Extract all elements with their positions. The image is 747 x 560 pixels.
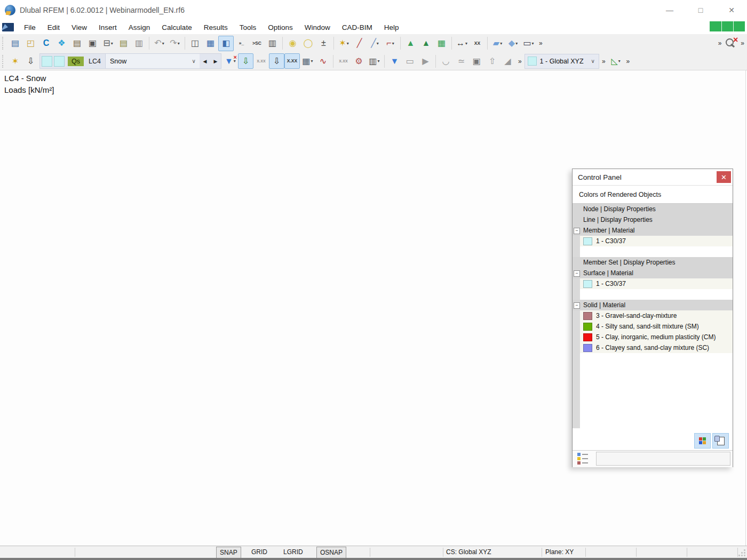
panel-footer-field[interactable]: [596, 452, 730, 466]
new-nodal-support-icon[interactable]: ▲: [403, 36, 418, 51]
maximize-button[interactable]: □: [685, 0, 716, 20]
rendering-colors-button[interactable]: [694, 433, 711, 449]
command-prompt-icon[interactable]: »_: [234, 36, 249, 51]
select-objects-icon[interactable]: ◉: [285, 36, 300, 51]
menu-view[interactable]: View: [66, 22, 93, 33]
menu-file[interactable]: File: [18, 22, 42, 33]
show-load-arrows-icon[interactable]: ⇩: [269, 53, 284, 69]
load-case-select[interactable]: Snow ∨: [105, 54, 200, 68]
print-icon[interactable]: ⊟▾: [100, 36, 116, 51]
menu-tools[interactable]: Tools: [234, 22, 263, 33]
rendering-icon[interactable]: ▣: [469, 53, 484, 69]
menu-edit[interactable]: Edit: [42, 22, 66, 33]
material-row[interactable]: 6 - Clayey sand, sand-clay mixture (SC): [580, 342, 733, 353]
menu-cad-bim[interactable]: CAD-BIM: [336, 22, 378, 33]
toolbar-handle[interactable]: [2, 37, 6, 50]
material-row[interactable]: 5 - Clay, inorganic, medium plasticity (…: [580, 332, 733, 342]
toggle-snap[interactable]: SNAP: [216, 547, 241, 558]
open-model-icon[interactable]: ◰: [23, 36, 38, 51]
new-node-icon[interactable]: ✶▾: [336, 36, 352, 51]
copy-to-report-button[interactable]: [712, 433, 729, 449]
category-row[interactable]: Line | Display Properties: [573, 214, 733, 225]
new-load-icon[interactable]: ⇩: [23, 53, 38, 69]
menu-results[interactable]: Results: [198, 22, 234, 33]
new-line-icon[interactable]: ╱: [352, 36, 367, 51]
toolbar-overflow-button[interactable]: »: [624, 58, 633, 65]
new-solid-icon[interactable]: ◆▾: [505, 36, 521, 51]
dlubal-center-icon[interactable]: C: [38, 36, 54, 51]
category-row[interactable]: Node | Display Properties: [573, 204, 733, 214]
dimension-x-icon[interactable]: ↔▾: [454, 36, 470, 51]
calculation-params-icon[interactable]: ◺▾: [608, 53, 624, 69]
result-values-icon[interactable]: x.xx: [336, 53, 351, 69]
legend-button[interactable]: [576, 452, 590, 465]
menu-assign[interactable]: Assign: [123, 22, 156, 33]
table-toolbar-icon[interactable]: ▥: [265, 36, 280, 51]
collapse-icon[interactable]: −: [574, 228, 580, 234]
page-setup-icon[interactable]: ▤: [69, 36, 85, 51]
navigator-icon[interactable]: ◫: [187, 36, 203, 51]
material-row[interactable]: 1 - C30/37: [580, 236, 733, 246]
toolbar-overflow-button[interactable]: »: [536, 39, 545, 47]
category-row[interactable]: Member Set | Display Properties: [573, 257, 733, 268]
panel-icon[interactable]: ◧: [218, 36, 234, 51]
show-loads-icon[interactable]: ⇩: [238, 53, 253, 69]
toolbar-overflow-button[interactable]: »: [599, 58, 608, 65]
new-surface-support-icon[interactable]: ▦: [434, 36, 449, 51]
minimize-button[interactable]: —: [654, 0, 685, 20]
load-table-icon[interactable]: ▦▾: [300, 53, 315, 69]
category-row[interactable]: −Surface | Material: [573, 268, 733, 278]
result-beam-icon[interactable]: ◡: [438, 53, 454, 69]
new-printout-report-icon[interactable]: ▤: [116, 36, 131, 51]
collapse-icon[interactable]: −: [574, 270, 580, 277]
load-category-chip[interactable]: Qs: [68, 57, 84, 66]
undo-icon[interactable]: ↶▾: [152, 36, 167, 51]
select-add-remove-icon[interactable]: ±: [316, 36, 331, 51]
tables-icon[interactable]: ▦: [203, 36, 218, 51]
printout-report-icon[interactable]: ▥: [131, 36, 147, 51]
close-button[interactable]: ✕: [716, 0, 747, 20]
menu-help[interactable]: Help: [378, 22, 405, 33]
control-panel-close-button[interactable]: ✕: [717, 171, 731, 183]
new-surface-icon[interactable]: ▰▾: [490, 36, 505, 51]
next-load-case-button[interactable]: ▶: [210, 54, 221, 68]
menu-options[interactable]: Options: [262, 22, 299, 33]
control-panel-titlebar[interactable]: Control Panel ✕: [573, 169, 733, 186]
select-special-icon[interactable]: ◯: [300, 36, 316, 51]
toggle-lgrid[interactable]: LGRID: [280, 547, 306, 557]
toolbar-overflow-button[interactable]: »: [738, 39, 747, 47]
favorite-swatch[interactable]: [42, 56, 52, 67]
category-row[interactable]: −Solid | Material: [573, 300, 733, 310]
redo-icon[interactable]: ↷▾: [167, 36, 182, 51]
material-row[interactable]: 1 - C30/37: [580, 278, 733, 289]
material-row[interactable]: 3 - Gravel-sand-clay-mixture: [580, 310, 733, 321]
walk-through-icon[interactable]: ⇧: [484, 53, 500, 69]
result-surfaces-icon[interactable]: ≃: [454, 53, 469, 69]
new-model-icon[interactable]: ▤: [7, 36, 23, 51]
favorite-swatch[interactable]: [54, 56, 65, 67]
model-library-icon[interactable]: ❖: [54, 36, 69, 51]
save-icon[interactable]: ▣: [85, 36, 100, 51]
show-load-values-icon[interactable]: x.xx: [253, 53, 269, 69]
menu-window[interactable]: Window: [299, 22, 336, 33]
clipping-box-icon[interactable]: ▭: [402, 53, 418, 69]
menu-calculate[interactable]: Calculate: [156, 22, 197, 33]
new-opening-icon[interactable]: ▭▾: [521, 36, 536, 51]
new-line-support-icon[interactable]: ▲: [418, 36, 434, 51]
new-polyline-icon[interactable]: ⌐▾: [383, 36, 398, 51]
result-diagram-icon[interactable]: ∿: [315, 53, 331, 69]
animation-icon[interactable]: ▶: [418, 53, 433, 69]
toggle-grid[interactable]: GRID: [248, 547, 271, 557]
dimension-xx-icon[interactable]: XX: [470, 36, 485, 51]
previous-load-case-button[interactable]: ◀: [200, 54, 210, 68]
show-load-values-2-icon[interactable]: X.XX: [284, 53, 300, 69]
toolbar-handle[interactable]: [2, 55, 6, 68]
calculation-abacus-icon[interactable]: ▥▾: [367, 53, 382, 69]
category-row[interactable]: −Member | Material: [573, 225, 733, 236]
new-member-icon[interactable]: ╱▾: [367, 36, 383, 51]
visibility-filter-icon[interactable]: ▼: [387, 53, 402, 69]
coordinate-system-select[interactable]: 1 - Global XYZ ∨: [525, 54, 599, 69]
collapse-icon[interactable]: −: [574, 302, 580, 309]
menu-insert[interactable]: Insert: [93, 22, 123, 33]
resize-grip[interactable]: [738, 549, 746, 557]
